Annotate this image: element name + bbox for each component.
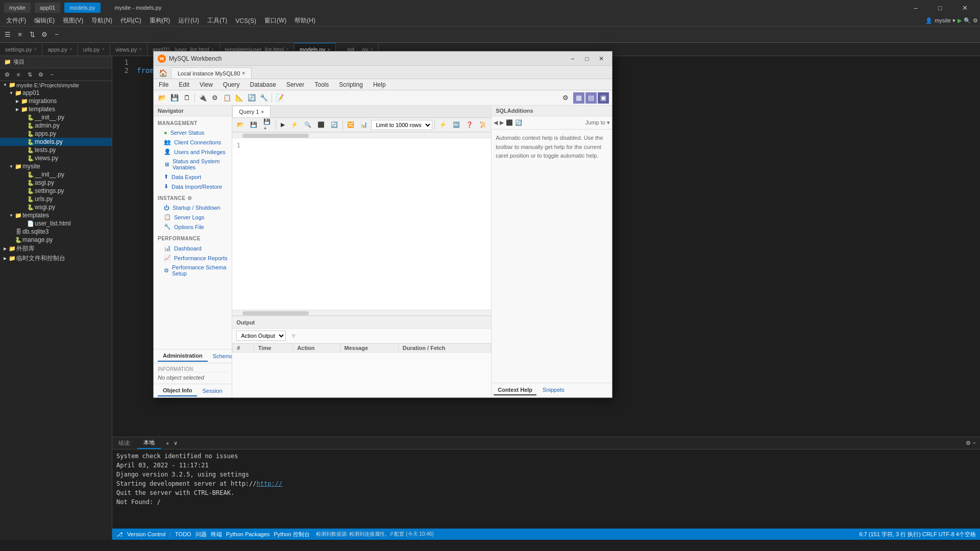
tree-item-user-list-html[interactable]: 📄 user_list.html — [0, 219, 112, 228]
tab-close-views[interactable]: × — [139, 46, 142, 52]
wb-editor[interactable]: 1 — [232, 138, 491, 310]
wb-menu-file[interactable]: File — [154, 80, 174, 89]
menu-edit[interactable]: 编辑(E) — [30, 15, 59, 26]
wb-tool-new-file[interactable]: 🗒 — [181, 92, 192, 104]
terminal-tab-local[interactable]: 本地 — [137, 437, 161, 449]
tree-item-wsgi[interactable]: 🐍 wsgi.py — [0, 203, 112, 211]
wb-sql-add-refresh-btn[interactable]: 🔄 — [515, 119, 522, 126]
wb-sql-add-back-btn[interactable]: ◀ — [494, 119, 498, 126]
wb-sql-add-stop-btn[interactable]: ⬛ — [506, 119, 513, 126]
wb-q-column-btn[interactable]: 📊 — [358, 119, 370, 131]
wb-sql-add-jump-btn[interactable]: Jump to ▾ — [585, 119, 610, 126]
wb-nav-dashboard[interactable]: 📊 Dashboard — [154, 243, 232, 253]
tree-item-admin[interactable]: 🐍 admin.py — [0, 121, 112, 130]
terminal-close-icon[interactable]: − — [973, 440, 976, 446]
close-button[interactable]: ✕ — [953, 0, 976, 15]
wb-tool-mysql-util[interactable]: 🔧 — [258, 92, 270, 104]
server-link[interactable]: http:// — [257, 480, 283, 487]
status-terminal[interactable]: 终端 — [211, 531, 222, 538]
wb-q-open-btn[interactable]: 📂 — [234, 119, 247, 131]
wb-nav-users-priv[interactable]: 👤 Users and Privileges — [154, 147, 232, 157]
wb-toolbar-gear[interactable]: ⚙ — [560, 92, 571, 104]
status-version-control[interactable]: Version Control — [127, 531, 165, 537]
wb-tool-new-query[interactable]: 📝 — [274, 92, 285, 104]
menu-window[interactable]: 窗口(W) — [260, 15, 290, 26]
wb-menu-tools[interactable]: Tools — [309, 80, 334, 89]
menu-run[interactable]: 运行(U) — [174, 15, 203, 26]
status-python-console[interactable]: Python 控制台 — [274, 531, 309, 538]
wb-menu-database[interactable]: Database — [245, 80, 281, 89]
wb-tool-connect[interactable]: 🔌 — [197, 92, 208, 104]
wb-nav-data-import[interactable]: ⬇ Data Import/Restore — [154, 182, 232, 191]
wb-tab-local-instance[interactable]: Local instance MySQL80 × — [171, 67, 252, 79]
tab-settings-py[interactable]: settings.py × — [0, 43, 42, 56]
status-python-packages[interactable]: Python Packages — [226, 531, 270, 537]
wb-tool-migrate[interactable]: 🔄 — [246, 92, 257, 104]
tree-item-templates-app01[interactable]: ▶ 📁 templates — [0, 105, 112, 113]
wb-nav-client-conn[interactable]: 👥 Client Connections — [154, 137, 232, 147]
wb-limit-select[interactable]: Limit to 1000 rows — [371, 120, 432, 130]
wb-query-tab-1-close[interactable]: × — [261, 109, 264, 115]
wb-q-flash-btn[interactable]: ⚡ — [437, 119, 449, 131]
wb-menu-help[interactable]: Help — [368, 80, 391, 89]
wb-q-exec-btn[interactable]: ▶ — [278, 119, 287, 131]
wb-minimize-btn[interactable]: – — [566, 54, 579, 64]
toolbar-project-btn[interactable]: ☰ — [2, 29, 13, 40]
tree-item-init-app01[interactable]: 🐍 __init__.py — [0, 113, 112, 121]
wb-q-save-as-btn[interactable]: 💾+ — [261, 119, 274, 131]
menu-vcs[interactable]: VCS(S) — [231, 16, 260, 26]
wb-nav-status-vars[interactable]: 🖥 Status and System Variables — [154, 157, 232, 172]
terminal-content[interactable]: System check identified no issues April … — [112, 449, 980, 529]
terminal-more-btn[interactable]: ∨ — [172, 440, 180, 446]
wb-context-help-tab[interactable]: Context Help — [494, 385, 536, 395]
wb-nav-data-export[interactable]: ⬆ Data Export — [154, 172, 232, 182]
wb-nav-perf-schema[interactable]: ⚙ Performance Schema Setup — [154, 263, 232, 278]
menu-view[interactable]: 视图(V) — [59, 15, 87, 26]
toolbar-gear-btn[interactable]: ⚙ — [39, 29, 50, 40]
sidebar-tool-2[interactable]: ≡ — [13, 69, 23, 80]
wb-view-btn-3[interactable]: ▣ — [598, 92, 609, 104]
tab-apps-py[interactable]: apps.py × — [42, 43, 78, 56]
wb-menu-edit[interactable]: Edit — [174, 80, 194, 89]
sidebar-tool-3[interactable]: ⇅ — [24, 69, 35, 80]
wb-tab-administration[interactable]: Administration — [158, 350, 208, 362]
wb-menu-query[interactable]: Query — [218, 80, 245, 89]
toolbar-sort-btn[interactable]: ⇅ — [27, 29, 38, 40]
tree-item-mysite-sub[interactable]: ▼ 📁 mysite — [0, 162, 112, 170]
tree-item-external[interactable]: ▶ 📁 外部库 — [0, 244, 112, 254]
wb-q-exec-sel-btn[interactable]: ⚡ — [288, 119, 301, 131]
toolbar-minus-btn[interactable]: − — [51, 29, 62, 40]
minimize-button[interactable]: – — [904, 0, 927, 15]
tree-item-views[interactable]: 🐍 views.py — [0, 154, 112, 162]
wb-query-tab-1[interactable]: Query 1 × — [232, 106, 271, 117]
wb-nav-options-file[interactable]: 🔧 Options File — [154, 222, 232, 232]
tree-item-models[interactable]: 🐍 models.py — [0, 138, 112, 146]
wb-tool-open[interactable]: 📂 — [157, 92, 168, 104]
sidebar-tool-1[interactable]: ⚙ — [2, 69, 12, 80]
wb-view-btn-2[interactable]: ▤ — [585, 92, 597, 104]
tree-item-init-mysite[interactable]: 🐍 __init__.py — [0, 170, 112, 179]
tree-item-settings[interactable]: 🐍 settings.py — [0, 187, 112, 195]
sidebar-tool-5[interactable]: − — [47, 69, 57, 80]
tab-close-urls[interactable]: × — [102, 46, 105, 52]
wb-q-refresh-btn[interactable]: 🔄 — [328, 119, 340, 131]
tree-item-db[interactable]: 🗄 db.sqlite3 — [0, 228, 112, 236]
tree-item-migrations[interactable]: ▶ 📁 migrations — [0, 97, 112, 105]
wb-scrollbar-bottom[interactable] — [242, 311, 309, 315]
wb-action-dropdown-btn[interactable]: ▼ — [290, 332, 297, 340]
wb-tool-save[interactable]: 💾 — [169, 92, 180, 104]
status-todo[interactable]: TODO — [175, 531, 191, 537]
win-tab-mysite[interactable]: mysite — [4, 3, 31, 13]
wb-action-select[interactable]: Action Output — [236, 331, 286, 341]
terminal-gear-icon[interactable]: ⚙ — [966, 440, 971, 446]
wb-tool-schema-editor[interactable]: 📐 — [234, 92, 245, 104]
tree-item-mysite-root[interactable]: ▼ 📁 mysite E:\Projects\mysite — [0, 81, 112, 89]
wb-sql-add-fwd-btn[interactable]: ▶ — [500, 119, 504, 126]
wb-view-btn-1[interactable]: ▦ — [573, 92, 584, 104]
terminal-tab-debug[interactable]: 续读: — [112, 437, 137, 449]
status-problems[interactable]: 问题 — [195, 531, 207, 538]
tab-close-settings[interactable]: × — [34, 46, 37, 52]
menu-navigate[interactable]: 导航(N) — [87, 15, 116, 26]
wb-tool-open-schema[interactable]: 📋 — [222, 92, 233, 104]
wb-nav-server-logs[interactable]: 📋 Server Logs — [154, 212, 232, 222]
